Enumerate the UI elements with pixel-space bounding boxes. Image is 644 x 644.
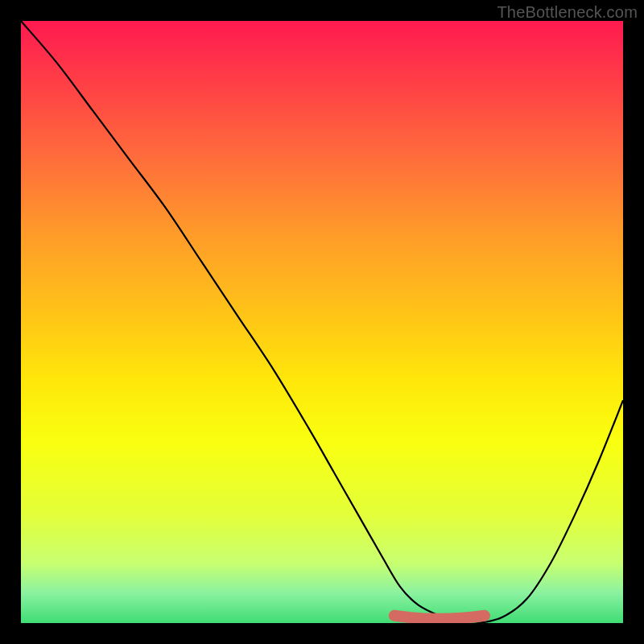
bottleneck-highlight-segment — [394, 616, 485, 619]
chart-svg-layer — [21, 21, 623, 623]
watermark-text: TheBottleneck.com — [497, 3, 638, 22]
bottleneck-curve-path — [21, 21, 623, 623]
chart-plot-area — [21, 21, 623, 623]
